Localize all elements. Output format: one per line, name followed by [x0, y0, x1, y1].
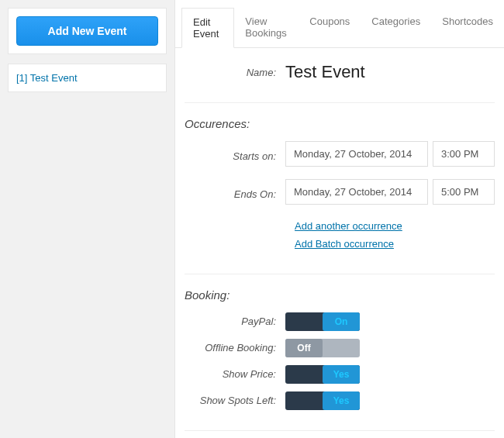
- paypal-toggle[interactable]: On: [285, 312, 360, 331]
- add-event-box: Add New Event: [8, 8, 167, 54]
- name-label: Name:: [185, 67, 285, 78]
- main-panel: Edit Event View Bookings Coupons Categor…: [174, 0, 504, 438]
- offline-booking-label: Offline Booking:: [185, 342, 285, 354]
- add-new-event-button[interactable]: Add New Event: [16, 16, 158, 46]
- toggle-knob: Off: [285, 339, 323, 357]
- show-spots-left-label: Show Spots Left:: [185, 395, 285, 406]
- occurrences-heading: Occurences:: [185, 117, 495, 130]
- paypal-label: PayPal:: [185, 316, 285, 327]
- toggle-knob: On: [323, 312, 360, 331]
- show-spots-left-toggle[interactable]: Yes: [285, 391, 360, 410]
- tab-categories[interactable]: Categories: [361, 8, 431, 47]
- booking-heading: Booking:: [185, 288, 495, 302]
- show-price-label: Show Price:: [185, 368, 285, 380]
- tab-view-bookings[interactable]: View Bookings: [234, 8, 299, 47]
- event-list: [1] Test Event: [8, 64, 167, 92]
- sidebar: Add New Event [1] Test Event: [0, 0, 174, 438]
- event-name-value: Test Event: [285, 62, 495, 82]
- toggle-knob: Yes: [323, 391, 360, 410]
- start-time-input[interactable]: 3:00 PM: [433, 141, 495, 167]
- event-list-item[interactable]: [1] Test Event: [16, 72, 78, 84]
- tab-edit-event[interactable]: Edit Event: [181, 8, 234, 48]
- offline-booking-toggle[interactable]: Off: [285, 339, 360, 357]
- show-price-toggle[interactable]: Yes: [285, 365, 360, 384]
- add-batch-occurrence-link[interactable]: Add Batch occurrence: [295, 235, 495, 253]
- end-time-input[interactable]: 5:00 PM: [433, 179, 495, 205]
- tab-coupons[interactable]: Coupons: [299, 8, 361, 47]
- tab-shortcodes[interactable]: Shortcodes: [431, 8, 504, 47]
- tab-bar: Edit Event View Bookings Coupons Categor…: [175, 8, 504, 48]
- toggle-knob: Yes: [323, 365, 360, 384]
- end-date-input[interactable]: Monday, 27 October, 2014: [285, 179, 428, 205]
- add-another-occurrence-link[interactable]: Add another occurrence: [295, 217, 495, 235]
- start-date-input[interactable]: Monday, 27 October, 2014: [285, 141, 428, 167]
- ends-on-label: Ends On:: [185, 188, 285, 200]
- starts-on-label: Starts on:: [185, 150, 285, 162]
